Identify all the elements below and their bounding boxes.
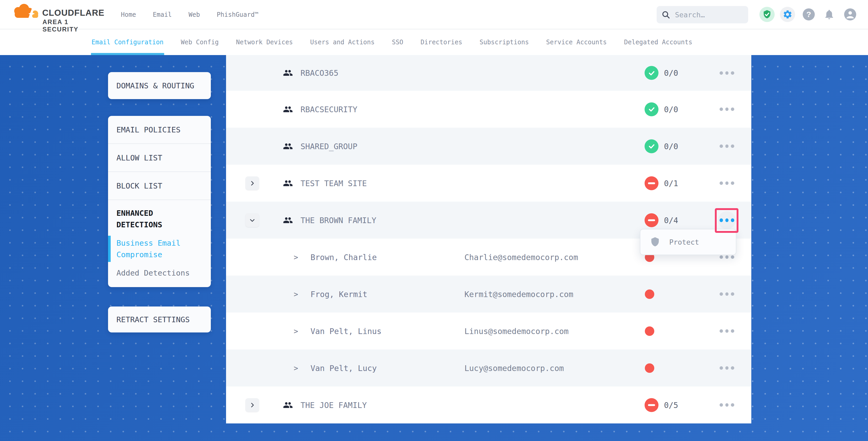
protected-count: 0/5 [664, 400, 678, 410]
member-chevron-icon[interactable]: > [294, 290, 298, 298]
table-row-group[interactable]: RBACO365 0/0 [226, 55, 751, 91]
tab-web-config[interactable]: Web Config [181, 29, 219, 55]
sidebar-item-block-list[interactable]: BLOCK LIST [108, 172, 211, 200]
table-row-member[interactable]: > Van Pelt, Linus Linus@somedemocorp.com [226, 313, 751, 349]
security-status-button[interactable] [760, 7, 775, 22]
collapse-group-button[interactable] [245, 213, 259, 227]
status-badge-protected [645, 66, 658, 80]
tab-email-configuration[interactable]: Email Configuration [92, 29, 164, 55]
sidebar-item-retract-settings[interactable]: RETRACT SETTINGS [108, 307, 211, 333]
member-chevron-icon[interactable]: > [294, 253, 298, 261]
shield-check-icon [760, 7, 775, 22]
tab-sso[interactable]: SSO [392, 29, 403, 55]
status-badge-unprotected [645, 398, 658, 412]
member-email: Kermit@somedemocorp.com [464, 289, 573, 298]
notifications-button[interactable] [824, 9, 835, 20]
group-icon [282, 215, 294, 225]
row-menu-button[interactable] [718, 359, 736, 377]
group-icon [282, 178, 294, 188]
table-row-group[interactable]: TEST TEAM SITE 0/1 [226, 165, 751, 201]
protected-count: 0/0 [664, 141, 678, 151]
group-icon [282, 141, 294, 151]
cloudflare-logo[interactable]: CLOUDFLARE AREA 1 SECURITY [11, 2, 106, 27]
search-icon [661, 10, 670, 19]
nav-item-home[interactable]: Home [121, 11, 136, 18]
group-name: RBACSECURITY [301, 105, 358, 114]
group-name: SHARED_GROUP [301, 141, 358, 151]
enhanced-detections-section: ENHANCED DETECTIONS Business Email Compr… [108, 200, 211, 279]
sidebar-item-domains-routing[interactable]: DOMAINS & ROUTING [108, 72, 211, 99]
tab-users-and-actions[interactable]: Users and Actions [310, 29, 375, 55]
config-tabs: Email Configuration Web Config Network D… [0, 29, 868, 55]
member-email: Charlie@somedemocorp.com [464, 252, 578, 262]
area1-security-console: CLOUDFLARE AREA 1 SECURITY Home Email We… [0, 0, 868, 441]
tab-service-accounts[interactable]: Service Accounts [546, 29, 607, 55]
row-menu-button[interactable] [718, 285, 736, 303]
sidebar-item-enhanced-detections[interactable]: ENHANCED DETECTIONS [117, 208, 203, 230]
gear-icon [780, 7, 795, 22]
help-button[interactable]: ? [803, 8, 815, 21]
protected-count: 0/4 [664, 216, 678, 225]
table-row-group[interactable]: THE JOE FAMILY 0/5 [226, 386, 751, 423]
row-menu-button[interactable] [718, 64, 736, 82]
table-row-group[interactable]: SHARED_GROUP 0/0 [226, 128, 751, 165]
status-badge-protected [645, 139, 658, 153]
user-avatar-icon [844, 8, 856, 21]
member-chevron-icon[interactable]: > [294, 327, 298, 335]
top-header: CLOUDFLARE AREA 1 SECURITY Home Email We… [0, 0, 868, 29]
member-name: Van Pelt, Lucy [310, 364, 377, 373]
settings-button[interactable] [780, 7, 795, 22]
sidebar-item-email-policies[interactable]: EMAIL POLICIES [108, 116, 211, 144]
member-email: Linus@somedemocorp.com [464, 326, 568, 336]
global-search[interactable] [657, 6, 748, 23]
sidebar-email-policies-card: EMAIL POLICIES ALLOW LIST BLOCK LIST ENH… [108, 116, 211, 287]
sidebar-item-allow-list[interactable]: ALLOW LIST [108, 144, 211, 172]
status-badge-protected [645, 102, 658, 116]
nav-item-web[interactable]: Web [189, 11, 200, 18]
account-button[interactable] [844, 8, 856, 21]
menu-item-protect[interactable]: Protect [669, 238, 699, 246]
table-row-member[interactable]: > Van Pelt, Lucy Lucy@somedemocorp.com [226, 349, 751, 386]
search-input[interactable] [675, 10, 737, 19]
tab-directories[interactable]: Directories [421, 29, 462, 55]
row-menu-button[interactable] [718, 100, 736, 118]
chevron-down-icon [249, 217, 256, 224]
protected-count: 0/1 [664, 179, 678, 188]
tab-network-devices[interactable]: Network Devices [236, 29, 293, 55]
protected-count: 0/0 [664, 105, 678, 114]
tab-subscriptions[interactable]: Subscriptions [479, 29, 529, 55]
row-menu-button[interactable] [718, 396, 736, 414]
row-menu-button[interactable] [718, 137, 736, 155]
table-row-group[interactable]: RBACSECURITY 0/0 [226, 91, 751, 128]
cloudflare-cloud-icon [11, 3, 41, 18]
status-badge-unprotected [645, 213, 658, 227]
brand-name: CLOUDFLARE [42, 8, 104, 18]
nav-item-phishguard[interactable]: PhishGuard™ [217, 11, 258, 18]
product-name: AREA 1 SECURITY [42, 18, 106, 33]
group-icon [282, 400, 294, 410]
nav-item-email[interactable]: Email [153, 11, 172, 18]
sidebar-item-added-detections[interactable]: Added Detections [117, 267, 203, 279]
primary-nav: Home Email Web PhishGuard™ [121, 0, 258, 29]
member-chevron-icon[interactable]: > [294, 364, 298, 372]
protect-context-menu: Protect [640, 229, 736, 255]
member-name: Brown, Charlie [310, 252, 377, 262]
bell-icon [824, 9, 835, 20]
table-row-member[interactable]: > Frog, Kermit Kermit@somedemocorp.com [226, 276, 751, 313]
group-name: TEST TEAM SITE [301, 179, 367, 188]
sidebar-item-business-email-compromise[interactable]: Business Email Compromise [117, 237, 203, 260]
row-menu-button[interactable] [718, 175, 736, 192]
group-name: THE JOE FAMILY [301, 400, 367, 410]
tab-delegated-accounts[interactable]: Delegated Accounts [624, 29, 692, 55]
expand-group-button[interactable] [245, 398, 259, 412]
expand-group-button[interactable] [245, 177, 259, 190]
status-dot-unprotected [645, 289, 654, 299]
group-name: RBACO365 [301, 68, 339, 77]
row-menu-button[interactable] [718, 322, 736, 340]
group-icon [282, 68, 294, 78]
content-area: DOMAINS & ROUTING EMAIL POLICIES ALLOW L… [0, 55, 868, 441]
chevron-right-icon [249, 402, 256, 408]
status-badge-unprotected [645, 176, 658, 190]
row-menu-button-active[interactable] [718, 211, 736, 229]
member-name: Van Pelt, Linus [310, 326, 381, 336]
